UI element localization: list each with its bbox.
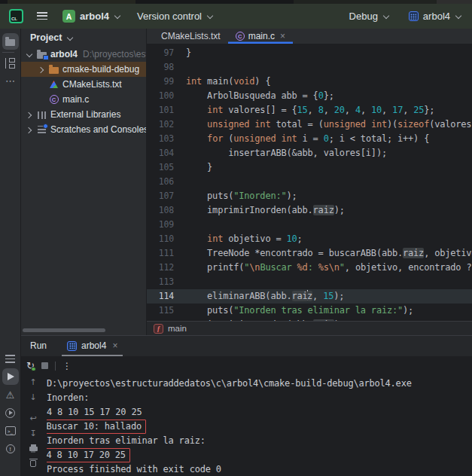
kebab-icon[interactable]: ⋮ [62, 362, 72, 371]
structure-icon[interactable] [2, 55, 19, 72]
code-line-content: puts("Inorden tras eliminar la raiz:"); [186, 304, 472, 318]
run-tab-arbol4[interactable]: arbol4 × [62, 340, 123, 356]
clear-icon[interactable] [30, 459, 36, 468]
tree-item-label: arbol4 [50, 49, 78, 60]
lines-icon[interactable] [2, 350, 19, 367]
editor-tabs: CMakeLists.txtmain.c× [147, 29, 472, 44]
project-folder-icon[interactable] [2, 33, 19, 50]
code-line-105: 105 } [147, 160, 472, 175]
editor: CMakeLists.txtmain.c× 97}9899int main(vo… [147, 29, 472, 335]
scrollend-icon[interactable]: ↧ [29, 429, 36, 438]
line-number: 112 [147, 261, 186, 275]
code-line-102: 102 unsigned int total = (unsigned int)(… [147, 117, 472, 132]
console-gutter-toolbar: ↑↓↩↧ [26, 377, 41, 468]
code-line-content: imprimirInorden(abb.raiz); [186, 203, 472, 218]
line-number: 102 [147, 117, 186, 132]
chevron-down-icon [382, 13, 389, 20]
stop-icon[interactable] [41, 362, 48, 369]
code-area[interactable]: 97}9899int main(void) {100 ArbolBusqueda… [147, 44, 472, 321]
code-line-content: int main(void) { [186, 75, 472, 89]
main-toolbar: CL A arbol4 Version control Debug arbol4 [0, 4, 472, 29]
main-menu-icon[interactable] [37, 12, 47, 21]
code-line-111: 111 TreeNode *encontrado = buscarABB(abb… [147, 246, 472, 261]
build-type-selector[interactable]: Debug [349, 11, 389, 22]
cmake-file-icon [48, 81, 59, 88]
code-line-110: 110 int objetivo = 10; [147, 232, 472, 246]
project-avatar: A [62, 10, 75, 23]
editor-tab-label: main.c [248, 31, 275, 41]
tree-item-path: D:\proyectos\estructur [83, 49, 146, 60]
tree-item-cmakelists-txt[interactable]: CMakeLists.txt [21, 77, 146, 92]
line-number: 98 [147, 60, 186, 75]
more-h-icon[interactable]: ⋯ [2, 72, 19, 89]
chevron-down-icon[interactable] [26, 51, 32, 58]
console-line-4: Buscar 10: hallado [47, 420, 472, 434]
services-icon[interactable] [2, 404, 19, 421]
line-number: 115 [147, 304, 186, 318]
code-line-115: 115 puts("Inorden tras eliminar la raiz:… [147, 304, 472, 318]
library-icon [36, 111, 47, 119]
tree-item-arbol4[interactable]: arbol4D:\proyectos\estructur [21, 47, 146, 62]
chevron-down-icon [206, 13, 213, 20]
editor-tab-main-c[interactable]: main.c× [228, 29, 293, 44]
code-line-content [186, 60, 472, 75]
line-number: 100 [147, 89, 186, 103]
console-output[interactable]: D:\proyectos\estructuraddedatos\c\arbol4… [47, 377, 472, 476]
console-line-7: Process finished with exit code 0 [47, 462, 472, 476]
project-panel-header[interactable]: Project [21, 29, 146, 47]
rerun-icon[interactable]: ↻ [26, 361, 35, 371]
console-line-5: Inorden tras eliminar la raiz: [47, 434, 472, 448]
chevron-right-icon[interactable] [26, 111, 32, 118]
tree-item-label: External Libraries [50, 109, 120, 120]
tree-chevron-slot [24, 51, 33, 58]
code-line-content: int valores[] = {15, 8, 20, 4, 10, 17, 2… [186, 103, 472, 117]
tree-item-cmake-build-debug[interactable]: cmake-build-debug [21, 62, 146, 77]
line-number: 113 [147, 275, 186, 289]
tree-item-main-c[interactable]: main.c [21, 92, 146, 107]
tree-item-label: main.c [62, 94, 89, 105]
down-icon[interactable]: ↓ [29, 392, 36, 402]
tree-item-external-libraries[interactable]: External Libraries [21, 107, 146, 122]
code-line-content: int objetivo = 10; [186, 232, 472, 246]
project-horizontal-scrollbar[interactable] [23, 328, 105, 332]
code-line-content: insertarABB(&abb, valores[i]); [186, 146, 472, 160]
close-icon[interactable]: × [280, 32, 285, 41]
line-number: 109 [147, 218, 186, 232]
stripe-top-group: ⋯ [2, 32, 19, 90]
terminal-icon[interactable] [2, 423, 19, 439]
editor-tab-cmakelists-txt[interactable]: CMakeLists.txt [150, 29, 228, 44]
vcs-widget[interactable]: Version control [137, 11, 213, 22]
run-icon[interactable] [2, 368, 19, 385]
line-number: 105 [147, 160, 186, 175]
close-icon[interactable]: × [112, 341, 117, 350]
project-tool-window: Project arbol4D:\proyectos\estructurcmak… [21, 29, 147, 335]
print-icon[interactable] [29, 444, 38, 453]
vcs-label: Version control [137, 11, 202, 22]
line-number: 99 [147, 75, 186, 89]
folder-project-icon [36, 50, 47, 59]
problems-icon[interactable]: ⚠ [2, 386, 19, 403]
softwrap-icon[interactable]: ↩ [29, 413, 36, 423]
run-panel-header: Run arbol4 × [21, 336, 472, 357]
run-tab-label: arbol4 [81, 340, 106, 351]
divider-icon [55, 362, 56, 371]
up-icon[interactable]: ↑ [29, 377, 36, 387]
folder-excluded-icon [48, 66, 59, 74]
breadcrumb-main[interactable]: main [168, 324, 187, 333]
chevron-right-icon[interactable] [38, 66, 44, 73]
tree-item-scratches-and-consoles[interactable]: Scratches and Consoles [21, 122, 146, 137]
code-line-content [186, 275, 472, 289]
project-widget[interactable]: A arbol4 [62, 10, 120, 23]
run-config-selector[interactable]: arbol4 [409, 11, 461, 22]
line-number: 108 [147, 203, 186, 218]
chevron-right-icon[interactable] [26, 127, 32, 133]
error-icon[interactable] [2, 441, 19, 457]
console-line-1: D:\proyectos\estructuraddedatos\c\arbol4… [47, 377, 472, 391]
code-line-112: 112 printf("\nBuscar %d: %s\n", objetivo… [147, 261, 472, 275]
scratches-icon [36, 126, 47, 133]
tree-item-label: Scratches and Consoles [50, 124, 146, 135]
clion-logo-icon[interactable]: CL [9, 9, 23, 23]
c-file-icon [48, 95, 59, 104]
code-line-104: 104 insertarABB(&abb, valores[i]); [147, 146, 472, 160]
code-line-106: 106 [147, 175, 472, 189]
